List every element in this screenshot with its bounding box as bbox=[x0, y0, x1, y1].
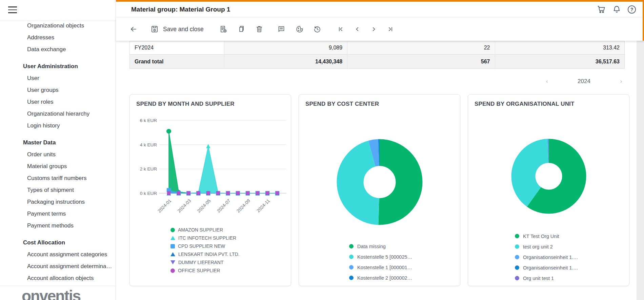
legend-marker-circle bbox=[170, 228, 175, 232]
legend-item[interactable]: Data missing bbox=[349, 241, 460, 252]
content-area: FY20249,08922313.42Grand total14,430,348… bbox=[116, 41, 644, 300]
year-next-icon[interactable]: › bbox=[618, 78, 625, 85]
sidebar-item[interactable]: User groups bbox=[0, 84, 116, 96]
spend-by-month-chart: 0 k EUR2 k EUR4 k EUR6 k EUR2024-012024-… bbox=[132, 110, 291, 224]
legend-label: AMAZON SUPPLIER bbox=[178, 227, 223, 233]
sidebar-item[interactable]: Login history bbox=[0, 120, 116, 132]
sidebar-item[interactable]: Payment methods bbox=[0, 220, 116, 232]
sidebar-section-header: Cost Allocation bbox=[0, 237, 116, 248]
history-button[interactable] bbox=[313, 25, 321, 33]
card-title: SPEND BY MONTH AND SUPPLIER bbox=[136, 101, 291, 107]
sidebar-item[interactable]: Data exchange bbox=[0, 43, 116, 55]
sidebar-item[interactable]: Account assignment categories bbox=[0, 248, 116, 260]
first-page-button[interactable] bbox=[337, 25, 344, 33]
sidebar-item[interactable]: Account allocation objects bbox=[0, 272, 116, 284]
legend-item[interactable]: Organisationseinheit 1.… bbox=[515, 252, 629, 262]
accent-right-bar bbox=[643, 0, 644, 41]
legend-label: ITC INFOTECH SUPPLIER bbox=[178, 235, 236, 241]
svg-text:2024-05: 2024-05 bbox=[196, 198, 212, 214]
sidebar-item[interactable]: Packaging instructions bbox=[0, 196, 116, 208]
legend-item[interactable]: Organisationseinheit 1.… bbox=[515, 262, 629, 273]
legend-label: KT Test Org Unit bbox=[523, 234, 559, 239]
legend-item[interactable]: ITC INFOTECH SUPPLIER bbox=[170, 234, 291, 242]
legend-item[interactable]: Kostenstelle 1 [000001… bbox=[349, 262, 460, 273]
sidebar-section-header: User Administration bbox=[0, 60, 116, 72]
legend-item[interactable]: Org unit test 1 bbox=[515, 273, 629, 283]
chart-legend: KT Test Org Unittest org unit 2Organisat… bbox=[515, 231, 629, 283]
legend-label: Data missing bbox=[357, 244, 386, 249]
delete-button[interactable] bbox=[255, 25, 263, 33]
legend-item[interactable]: DUMMY LIEFERANT bbox=[170, 258, 291, 266]
accent-top-bar bbox=[116, 0, 644, 2]
legend-marker-circle bbox=[349, 265, 354, 269]
svg-text:2024-09: 2024-09 bbox=[236, 198, 251, 214]
legend-marker-square bbox=[170, 244, 175, 248]
legend-item[interactable]: test org unit 2 bbox=[515, 241, 629, 252]
legend-label: OFFICE SUPPLIER bbox=[178, 268, 220, 273]
palette-button[interactable] bbox=[296, 25, 304, 33]
hamburger-menu-icon[interactable] bbox=[8, 6, 17, 14]
legend-marker-triangle bbox=[170, 252, 175, 256]
legend-label: Organisationseinheit 1.… bbox=[523, 255, 578, 260]
legend-item[interactable]: OFFICE SUPPLIER bbox=[170, 266, 291, 275]
onventis-logo: onventis bbox=[22, 287, 80, 300]
legend-label: Kostenstelle 2 [000002… bbox=[357, 275, 412, 281]
sidebar-item[interactable]: Material groups bbox=[0, 160, 116, 172]
legend-item[interactable]: LENSKART INDIA PVT. LTD. bbox=[170, 250, 291, 258]
svg-text:6 k EUR: 6 k EUR bbox=[140, 118, 157, 123]
svg-text:2024-11: 2024-11 bbox=[256, 198, 271, 214]
previous-page-button[interactable] bbox=[354, 25, 361, 33]
sidebar-item[interactable]: Types of shipment bbox=[0, 184, 116, 196]
save-and-close-button[interactable]: Save and close bbox=[150, 25, 204, 33]
sidebar-item[interactable]: User bbox=[0, 72, 116, 84]
legend-item[interactable]: Kostenstelle 5 [000025… bbox=[349, 252, 460, 262]
spend-by-organisational-unit-card: SPEND BY ORGANISATIONAL UNITKT Test Org … bbox=[468, 94, 629, 286]
legend-item[interactable]: KT Test Org Unit bbox=[515, 231, 629, 241]
legend-label: LENSKART INDIA PVT. LTD. bbox=[178, 252, 240, 257]
new-document-button[interactable] bbox=[219, 25, 227, 33]
legend-item[interactable]: CPD SUPPLIER NEW bbox=[170, 242, 291, 250]
sidebar-nav: Organizational objectsAddressesData exch… bbox=[0, 20, 116, 284]
sidebar-item[interactable]: Addresses bbox=[0, 32, 116, 43]
legend-marker-circle bbox=[515, 244, 519, 249]
table-cell-value: 313.42 bbox=[495, 41, 624, 54]
sidebar-item[interactable]: Customs tariff numbers bbox=[0, 172, 116, 184]
cart-icon[interactable] bbox=[597, 5, 606, 14]
table-cell-value: 22 bbox=[347, 41, 495, 54]
copy-button[interactable] bbox=[238, 25, 246, 33]
sidebar-item[interactable]: Organizational hierarchy bbox=[0, 108, 116, 120]
sidebar-item[interactable]: Account assignment determina… bbox=[0, 260, 116, 272]
svg-text:0 k EUR: 0 k EUR bbox=[140, 191, 157, 196]
legend-item[interactable]: Kostenstelle 2 [000002… bbox=[349, 273, 460, 283]
sidebar-item[interactable]: User roles bbox=[0, 96, 116, 108]
chart-legend: Data missingKostenstelle 5 [000025…Koste… bbox=[349, 241, 460, 283]
next-page-button[interactable] bbox=[370, 25, 378, 33]
main-area: Material group: Material Group 1 ? bbox=[116, 0, 644, 300]
chart-cards: SPEND BY MONTH AND SUPPLIER0 k EUR2 k EU… bbox=[129, 94, 644, 286]
year-selector: ‹ 2024 › bbox=[543, 78, 625, 85]
back-button[interactable] bbox=[129, 25, 138, 33]
table-cell-value: 36,517.63 bbox=[495, 55, 624, 68]
donut-chart bbox=[468, 109, 629, 227]
help-icon[interactable]: ? bbox=[627, 5, 637, 14]
page-title: Material group: Material Group 1 bbox=[131, 6, 230, 13]
sidebar-section-header: Master Data bbox=[0, 137, 116, 148]
table-row-label: FY2024 bbox=[130, 41, 224, 54]
year-prev-icon[interactable]: ‹ bbox=[543, 78, 550, 85]
sidebar-item[interactable]: Organizational objects bbox=[0, 20, 116, 32]
sidebar-item[interactable]: Order units bbox=[0, 148, 116, 160]
card-title: SPEND BY ORGANISATIONAL UNIT bbox=[475, 101, 629, 107]
table-row-label: Grand total bbox=[130, 55, 224, 68]
svg-text:4 k EUR: 4 k EUR bbox=[140, 142, 157, 147]
vertical-scrollbar[interactable] bbox=[637, 41, 644, 300]
svg-text:2 k EUR: 2 k EUR bbox=[140, 166, 157, 172]
legend-item[interactable]: AMAZON SUPPLIER bbox=[170, 226, 291, 234]
notifications-bell-icon[interactable] bbox=[612, 5, 621, 14]
sidebar-item[interactable]: Payment terms bbox=[0, 208, 116, 220]
svg-text:2024-03: 2024-03 bbox=[177, 198, 192, 214]
comments-button[interactable] bbox=[277, 25, 285, 33]
last-page-button[interactable] bbox=[387, 25, 394, 33]
save-and-close-label: Save and close bbox=[163, 26, 204, 33]
chart-legend: AMAZON SUPPLIERITC INFOTECH SUPPLIERCPD … bbox=[170, 226, 291, 275]
table-cell-value: 567 bbox=[347, 55, 495, 68]
